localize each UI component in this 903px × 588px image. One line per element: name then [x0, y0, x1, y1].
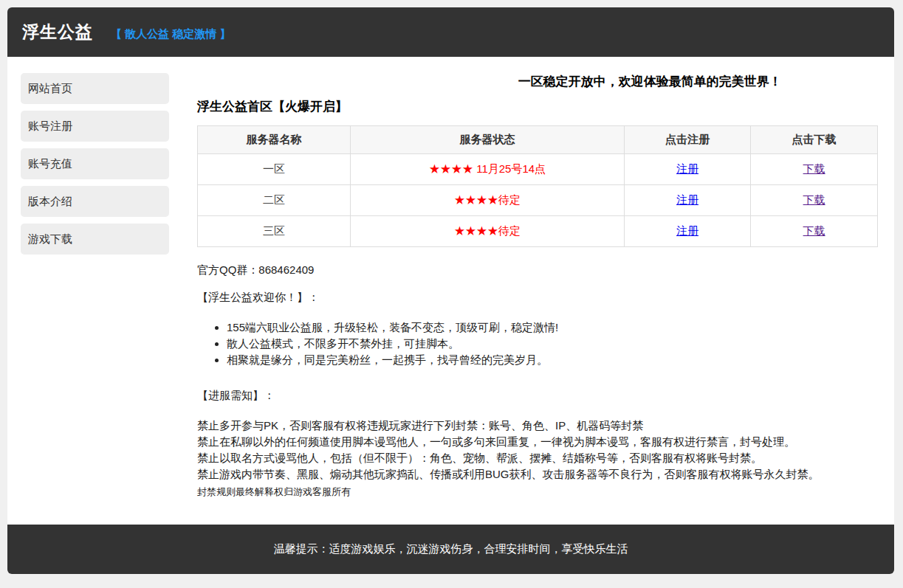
notice-line: 禁止以取名方式谩骂他人，包括（但不限于）：角色、宠物、帮派、摆摊、结婚称号等，否… [197, 450, 878, 466]
server-table-header-cell: 点击注册 [624, 126, 750, 154]
app-footer: 温馨提示：适度游戏娱乐，沉迷游戏伤身，合理安排时间，享受快乐生活 [7, 525, 894, 574]
server-status-cell: ★★★★ 11月25号14点 [351, 154, 625, 185]
sidebar-item-label: 游戏下载 [28, 232, 72, 246]
site-subtitle: 【 散人公益 稳定激情 】 [111, 24, 231, 41]
server-table-head: 服务器名称服务器状态点击注册点击下载 [198, 126, 878, 154]
download-link[interactable]: 下载 [803, 162, 825, 175]
sidebar-item-version[interactable]: 版本介绍 [21, 186, 169, 217]
download-link[interactable]: 下载 [803, 224, 825, 237]
welcome-title: 【浮生公益欢迎你！】： [197, 291, 878, 305]
sidebar: 网站首页 账号注册 账号充值 版本介绍 游戏下载 [21, 73, 169, 525]
server-row: 一区 ★★★★ 11月25号14点 注册 下载 [198, 154, 878, 185]
server-table-header-cell: 服务器状态 [351, 126, 625, 154]
announcement-banner: 一区稳定开放中，欢迎体验最简单的完美世界！ [422, 75, 878, 89]
register-cell: 注册 [624, 185, 750, 216]
qq-group-line: 官方QQ群：868462409 [197, 263, 878, 277]
server-status-cell: ★★★★待定 [351, 185, 625, 216]
page-container: 浮生公益 【 散人公益 稳定激情 】 网站首页 账号注册 账号充值 版本介绍 游… [7, 7, 894, 574]
notice-line: 禁止游戏内带节奏、黑服、煽动其他玩家捣乱、传播或利用BUG获利、攻击服务器等不良… [197, 466, 878, 482]
main-content: 一区稳定开放中，欢迎体验最简单的完美世界！ 浮生公益首区【火爆开启】 服务器名称… [197, 73, 878, 525]
welcome-point: 155端六职业公益服，升级轻松，装备不变态，顶级可刷，稳定激情! [227, 319, 878, 336]
server-table-header-row: 服务器名称服务器状态点击注册点击下载 [198, 126, 878, 154]
download-link[interactable]: 下载 [803, 193, 825, 206]
server-table: 服务器名称服务器状态点击注册点击下载 一区 ★★★★ 11月25号14点 注册 … [197, 125, 878, 247]
welcome-point: 散人公益模式，不限多开不禁外挂，可挂脚本。 [227, 336, 878, 352]
body-wrap: 网站首页 账号注册 账号充值 版本介绍 游戏下载 一区稳定开放中，欢迎体验最简单… [7, 57, 894, 525]
notice-title: 【进服需知】： [197, 389, 878, 403]
notice-footnote: 封禁规则最终解释权归游戏客服所有 [197, 485, 878, 499]
notice-line: 禁止多开参与PK，否则客服有权将违规玩家进行下列封禁：账号、角色、IP、机器码等… [197, 418, 878, 434]
download-cell: 下载 [751, 216, 878, 247]
footer-tip: 温馨提示：适度游戏娱乐，沉迷游戏伤身，合理安排时间，享受快乐生活 [274, 542, 628, 556]
sidebar-item-recharge[interactable]: 账号充值 [21, 148, 169, 179]
server-name-cell: 三区 [198, 216, 351, 247]
sidebar-item-home[interactable]: 网站首页 [21, 73, 169, 104]
server-row: 三区 ★★★★待定 注册 下载 [198, 216, 878, 247]
sidebar-item-register[interactable]: 账号注册 [21, 111, 169, 142]
site-title: 浮生公益 [22, 21, 93, 44]
notice-line: 禁止在私聊以外的任何频道使用脚本谩骂他人，一句或多句来回重复，一律视为脚本谩骂，… [197, 434, 878, 450]
welcome-point: 相聚就是缘分，同是完美粉丝，一起携手，找寻曾经的完美岁月。 [227, 352, 878, 368]
register-cell: 注册 [624, 216, 750, 247]
welcome-list: 155端六职业公益服，升级轻松，装备不变态，顶级可刷，稳定激情!散人公益模式，不… [197, 319, 878, 368]
download-cell: 下载 [751, 154, 878, 185]
server-table-header-cell: 点击下载 [751, 126, 878, 154]
server-table-body: 一区 ★★★★ 11月25号14点 注册 下载 二区 ★★★★待定 注册 下载 … [198, 154, 878, 247]
sidebar-item-label: 版本介绍 [28, 195, 72, 209]
server-table-header-cell: 服务器名称 [198, 126, 351, 154]
sidebar-item-label: 账号注册 [28, 120, 72, 134]
server-name-cell: 二区 [198, 185, 351, 216]
app-header: 浮生公益 【 散人公益 稳定激情 】 [7, 7, 894, 57]
sidebar-item-label: 账号充值 [28, 157, 72, 171]
server-row: 二区 ★★★★待定 注册 下载 [198, 185, 878, 216]
notice-text: 禁止多开参与PK，否则客服有权将违规玩家进行下列封禁：账号、角色、IP、机器码等… [197, 418, 878, 482]
register-link[interactable]: 注册 [676, 193, 698, 206]
section-title: 浮生公益首区【火爆开启】 [197, 98, 878, 115]
server-name-cell: 一区 [198, 154, 351, 185]
register-link[interactable]: 注册 [676, 162, 698, 175]
register-link[interactable]: 注册 [676, 224, 698, 237]
sidebar-item-download[interactable]: 游戏下载 [21, 224, 169, 255]
server-status-cell: ★★★★待定 [351, 216, 625, 247]
download-cell: 下载 [751, 185, 878, 216]
register-cell: 注册 [624, 154, 750, 185]
sidebar-item-label: 网站首页 [28, 82, 72, 96]
